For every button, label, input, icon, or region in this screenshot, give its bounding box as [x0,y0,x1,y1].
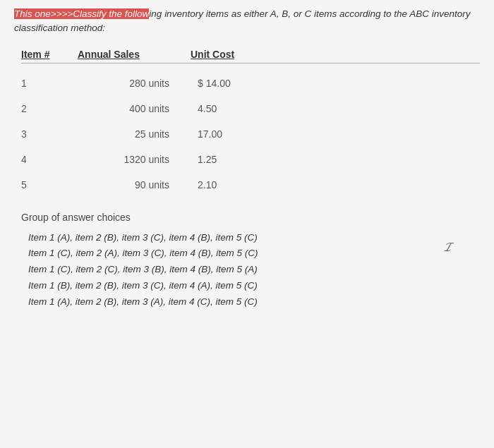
cell-sales-1: 280 units [78,78,191,89]
table-header: Item # Annual Sales Unit Cost [21,49,480,63]
table-row: 3 25 units 17.00 [21,121,480,147]
intro-text: This one>>>>Classify the following inven… [14,7,480,36]
cell-cost-4: 1.25 [191,154,289,165]
cell-item-3: 3 [21,128,78,140]
cell-cost-5: 2.10 [191,179,289,190]
text-cursor-icon: 𝓘 [444,240,452,255]
answer-choices: Item 1 (A), item 2 (B), item 3 (C), item… [14,230,480,311]
header-sales: Annual Sales [78,49,191,60]
answer-item-1[interactable]: Item 1 (A), item 2 (B), item 3 (C), item… [28,230,480,246]
answer-item-2[interactable]: Item 1 (C), item 2 (A), item 3 (C), item… [28,246,480,262]
header-cost: Unit Cost [191,49,289,60]
cell-item-1: 1 [21,78,78,89]
answer-item-3[interactable]: Item 1 (C), item 2 (C), item 3 (B), item… [28,262,480,278]
cell-sales-2: 400 units [78,103,191,114]
cell-sales-5: 90 units [78,179,191,190]
cell-item-2: 2 [21,103,78,114]
cell-sales-3: 25 units [78,128,191,140]
highlighted-text: This one>>>>Classify the follow [14,8,149,19]
cell-sales-4: 1320 units [78,154,191,165]
cell-item-4: 4 [21,154,78,165]
cell-cost-3: 17.00 [191,128,289,140]
table-row: 1 280 units $ 14.00 [21,71,480,96]
table-row: 4 1320 units 1.25 [21,147,480,172]
cell-cost-1: $ 14.00 [191,78,289,89]
page: This one>>>>Classify the following inven… [0,0,494,448]
cell-item-5: 5 [21,179,78,190]
inventory-table: Item # Annual Sales Unit Cost 1 280 unit… [14,49,480,198]
answer-item-4[interactable]: Item 1 (B), item 2 (B), item 3 (C), item… [28,278,480,294]
answer-item-5[interactable]: Item 1 (A), item 2 (B), item 3 (A), item… [28,294,480,310]
table-row: 2 400 units 4.50 [21,96,480,121]
cell-cost-2: 4.50 [191,103,289,114]
header-item: Item # [21,49,78,60]
table-row: 5 90 units 2.10 [21,172,480,198]
group-label: Group of answer choices [14,212,480,223]
